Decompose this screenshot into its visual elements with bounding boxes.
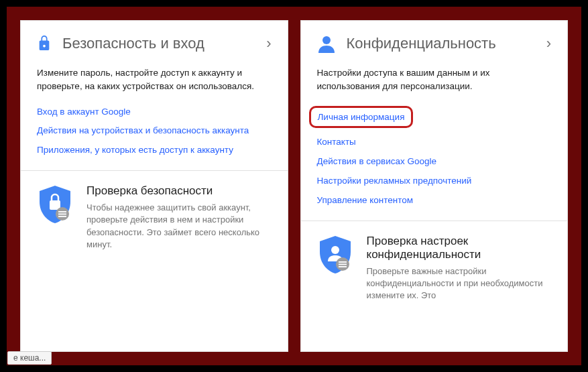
link-google-activity[interactable]: Действия в сервисах Google — [317, 156, 552, 168]
privacy-checkup[interactable]: Проверка настроек конфиденциальности Про… — [301, 221, 568, 316]
svg-rect-4 — [58, 216, 66, 217]
security-title: Безопасность и вход — [62, 35, 255, 52]
privacy-title: Конфиденциальность — [347, 35, 536, 52]
privacy-checkup-title: Проверка настроек конфиденциальности — [367, 235, 552, 261]
svg-rect-8 — [339, 261, 347, 263]
privacy-card: Конфиденциальность › Настройки доступа к… — [300, 20, 569, 352]
security-links: Вход в аккаунт Google Действия на устрой… — [21, 106, 288, 171]
privacy-checkup-desc: Проверьте важные настройки конфиденциаль… — [367, 265, 552, 302]
link-device-activity[interactable]: Действия на устройствах и безопасность а… — [37, 125, 272, 137]
link-content-control[interactable]: Управление контентом — [317, 194, 552, 207]
security-card: Безопасность и вход › Измените пароль, н… — [20, 20, 288, 352]
person-icon — [317, 34, 336, 53]
security-checkup-title: Проверка безопасности — [86, 184, 272, 198]
lock-icon — [37, 34, 52, 53]
privacy-header[interactable]: Конфиденциальность › — [301, 21, 568, 66]
chevron-right-icon: › — [546, 35, 551, 52]
link-ads-settings[interactable]: Настройки рекламных предпочтений — [317, 175, 552, 188]
svg-point-6 — [331, 246, 339, 254]
link-connected-apps[interactable]: Приложения, у которых есть доступ к акка… — [37, 144, 272, 157]
shield-lock-icon — [37, 184, 73, 225]
shield-person-icon — [317, 235, 353, 275]
link-personal-info[interactable]: Личная информация — [318, 112, 405, 122]
highlight-personal-info: Личная информация — [309, 106, 414, 129]
security-header[interactable]: Безопасность и вход › — [21, 21, 288, 66]
security-description: Измените пароль, настройте доступ к акка… — [21, 66, 288, 106]
security-checkup[interactable]: Проверка безопасности Чтобы надежнее защ… — [21, 170, 288, 264]
privacy-links: Личная информация Контакты Действия в се… — [301, 106, 568, 221]
link-contacts[interactable]: Контакты — [317, 136, 552, 149]
privacy-description: Настройки доступа к вашим данным и их ис… — [301, 66, 568, 106]
svg-rect-3 — [58, 214, 66, 215]
chevron-right-icon: › — [266, 35, 271, 52]
svg-rect-2 — [58, 211, 66, 212]
link-signin[interactable]: Вход в аккаунт Google — [37, 106, 272, 119]
svg-rect-9 — [339, 263, 347, 265]
security-checkup-desc: Чтобы надежнее защитить свой аккаунт, пр… — [86, 202, 272, 251]
browser-statusbar: е кеша... — [7, 351, 52, 365]
svg-rect-10 — [339, 266, 347, 267]
svg-point-5 — [322, 36, 331, 44]
